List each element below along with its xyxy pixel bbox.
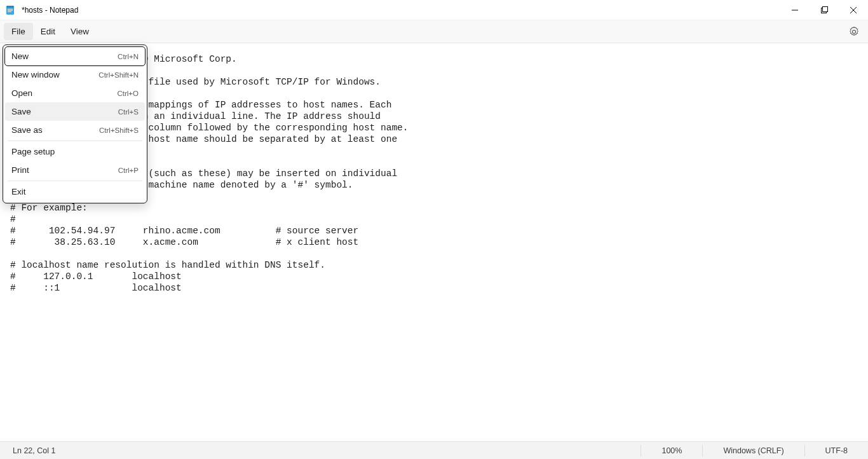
settings-button[interactable] (840, 23, 868, 41)
menu-item-label: Exit (11, 187, 26, 196)
menu-item-shortcut: Ctrl+N (118, 53, 139, 60)
file-menu-item-save[interactable]: SaveCtrl+S (5, 102, 145, 121)
window-controls (780, 0, 868, 20)
status-line-ending[interactable]: Windows (CRLF) (702, 445, 804, 456)
svg-rect-1 (6, 6, 14, 8)
menubar: File Edit View (0, 20, 868, 43)
file-menu-item-new[interactable]: NewCtrl+N (5, 47, 145, 65)
maximize-button[interactable] (810, 0, 839, 20)
menu-item-label: Page setup (11, 147, 55, 156)
menu-item-label: Open (11, 88, 32, 98)
menu-item-shortcut: Ctrl+Shift+S (99, 127, 139, 134)
notepad-icon (5, 5, 15, 15)
svg-rect-4 (8, 11, 11, 12)
menu-item-shortcut: Ctrl+Shift+N (98, 71, 139, 79)
menu-item-shortcut: Ctrl+P (118, 167, 139, 174)
file-menu-item-open[interactable]: OpenCtrl+O (5, 84, 145, 102)
menu-separator (8, 181, 142, 181)
menu-item-label: Save as (11, 125, 43, 135)
window-title: *hosts - Notepad (22, 6, 78, 15)
file-menu-dropdown: NewCtrl+NNew windowCtrl+Shift+NOpenCtrl+… (3, 45, 147, 203)
menu-separator (8, 140, 142, 141)
status-cursor: Ln 22, Col 1 (0, 446, 641, 455)
statusbar: Ln 22, Col 1 100% Windows (CRLF) UTF-8 (0, 441, 868, 459)
svg-rect-3 (8, 10, 13, 11)
minimize-button[interactable] (780, 0, 810, 20)
status-encoding[interactable]: UTF-8 (804, 445, 868, 456)
menu-file[interactable]: File (4, 23, 33, 40)
file-menu-item-save-as[interactable]: Save asCtrl+Shift+S (5, 121, 145, 139)
menu-view[interactable]: View (63, 23, 97, 40)
menu-item-shortcut: Ctrl+S (118, 108, 139, 116)
menu-edit[interactable]: Edit (33, 23, 63, 40)
close-button[interactable] (839, 0, 868, 20)
file-menu-item-page-setup[interactable]: Page setup (5, 142, 145, 161)
status-zoom[interactable]: 100% (641, 445, 702, 456)
menu-item-label: Save (11, 107, 31, 116)
menu-item-label: Print (11, 165, 29, 175)
svg-rect-7 (822, 7, 827, 12)
svg-rect-2 (8, 9, 13, 10)
menu-item-shortcut: Ctrl+O (117, 90, 139, 97)
titlebar: *hosts - Notepad (0, 0, 868, 20)
menu-item-label: New window (11, 70, 60, 79)
svg-rect-5 (792, 10, 798, 10)
file-menu-item-new-window[interactable]: New windowCtrl+Shift+N (5, 65, 145, 84)
file-menu-item-exit[interactable]: Exit (5, 182, 145, 201)
file-menu-item-print[interactable]: PrintCtrl+P (5, 161, 145, 179)
menu-item-label: New (11, 51, 29, 61)
